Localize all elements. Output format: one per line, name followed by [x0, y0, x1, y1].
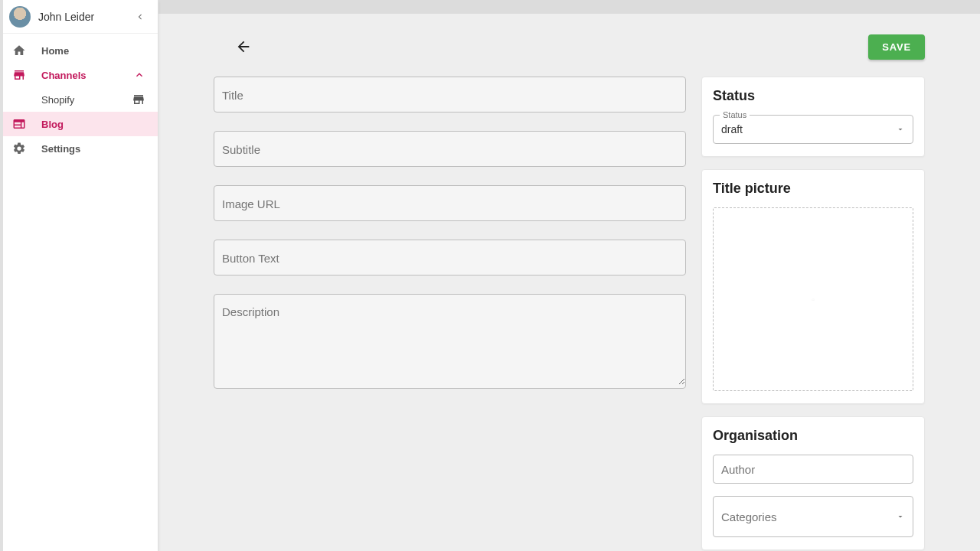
description-field[interactable]: Description: [214, 294, 686, 389]
chevron-down-icon: [896, 512, 905, 521]
form-column: Title Subtitle Image URL Button Text: [214, 77, 686, 407]
sidebar-collapse-button[interactable]: [132, 8, 149, 25]
topbar: [158, 0, 980, 14]
title-input[interactable]: [214, 77, 685, 112]
status-card: Status Status draft: [701, 77, 925, 157]
status-select[interactable]: Status draft: [713, 115, 913, 144]
sidebar-item-label: Shopify: [41, 94, 116, 106]
sidebar-item-blog[interactable]: Blog: [0, 112, 158, 136]
sidebar-item-label: Blog: [41, 119, 145, 130]
button-text-field[interactable]: Button Text: [214, 240, 686, 276]
organisation-heading: Organisation: [713, 428, 913, 444]
save-button[interactable]: SAVE: [868, 34, 925, 60]
image-url-field[interactable]: Image URL: [214, 185, 686, 221]
button-text-input[interactable]: [214, 240, 685, 275]
main: SAVE Title Subtitle Image URL: [158, 0, 980, 551]
content: SAVE Title Subtitle Image URL: [158, 14, 980, 551]
status-value: draft: [721, 123, 896, 135]
chevron-up-icon: [133, 69, 145, 81]
sidebar-item-home[interactable]: Home: [0, 38, 158, 63]
sidebar-nav: Home Channels Shopify: [0, 34, 158, 161]
image-url-input[interactable]: [214, 186, 685, 220]
subtitle-field[interactable]: Subtitle: [214, 131, 686, 167]
status-legend: Status: [720, 110, 750, 119]
user-name: John Leider: [38, 11, 124, 23]
sidebar-item-label: Home: [41, 45, 145, 57]
organisation-card: Organisation Author Categories: [701, 416, 925, 550]
author-field[interactable]: Author: [713, 455, 913, 484]
author-placeholder: Author: [721, 463, 905, 476]
chevron-down-icon: [896, 125, 905, 134]
title-field[interactable]: Title: [214, 77, 686, 112]
actions-row: SAVE: [214, 29, 925, 64]
sidebar-accent: [0, 0, 3, 551]
gear-icon: [12, 142, 26, 155]
title-picture-heading: Title picture: [713, 181, 913, 197]
status-heading: Status: [713, 88, 913, 104]
chevron-left-icon: [135, 11, 145, 22]
avatar[interactable]: [9, 6, 31, 28]
categories-placeholder: Categories: [721, 510, 896, 523]
title-picture-dropzone[interactable]: ▫: [713, 207, 913, 391]
description-input[interactable]: [214, 295, 685, 385]
broken-image-icon: ▫: [812, 295, 815, 304]
categories-select[interactable]: Categories: [713, 496, 913, 537]
storefront-icon: [132, 93, 145, 106]
store-icon: [12, 68, 26, 82]
sidebar-item-shopify[interactable]: Shopify: [0, 87, 158, 112]
title-picture-card: Title picture ▫: [701, 169, 925, 404]
sidebar-item-channels[interactable]: Channels: [0, 63, 158, 87]
back-button[interactable]: [230, 34, 256, 60]
sidebar-item-label: Channels: [41, 70, 118, 81]
home-icon: [12, 44, 26, 57]
web-icon: [12, 117, 26, 131]
sidebar: John Leider Home Channels: [0, 0, 158, 551]
sidebar-header: John Leider: [0, 0, 158, 34]
sidebar-item-label: Settings: [41, 143, 145, 155]
side-column: Status Status draft Title picture ▫: [701, 77, 925, 550]
sidebar-item-settings[interactable]: Settings: [0, 136, 158, 161]
subtitle-input[interactable]: [214, 132, 685, 166]
arrow-left-icon: [235, 38, 252, 55]
